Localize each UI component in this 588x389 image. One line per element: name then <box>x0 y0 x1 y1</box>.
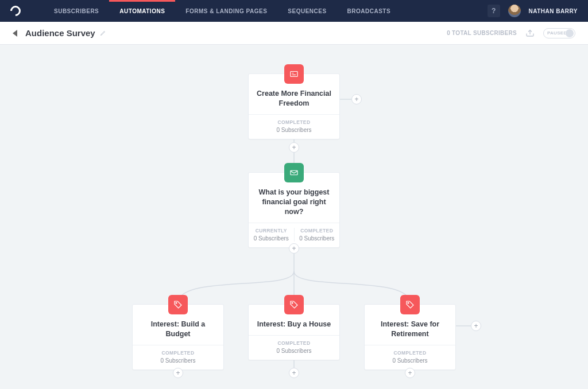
node-footer: COMPLETED 0 Subscribers <box>133 345 223 369</box>
foot-value: 0 Subscribers <box>160 357 195 364</box>
username[interactable]: NATHAN BARRY <box>529 8 578 14</box>
help-button[interactable]: ? <box>488 5 500 17</box>
foot-value: 0 Subscribers <box>276 348 311 354</box>
share-icon[interactable] <box>525 28 535 39</box>
nav-broadcasts[interactable]: BROADCASTS <box>337 0 401 22</box>
nav-sequences[interactable]: SEQUENCES <box>277 0 336 22</box>
node-email-question[interactable]: What is your biggest financial goal righ… <box>248 172 340 248</box>
node-title: Interest: Save for Retirement <box>372 320 448 339</box>
node-title: Interest: Buy a House <box>256 320 332 329</box>
foot-label: COMPLETED <box>278 119 311 125</box>
nav-subscribers[interactable]: SUBSCRIBERS <box>44 0 109 22</box>
foot-value: 0 Subscribers <box>254 235 289 242</box>
node-tag-house[interactable]: Interest: Buy a House COMPLETED 0 Subscr… <box>248 304 340 360</box>
add-sibling-button[interactable]: + <box>351 94 362 104</box>
add-step-button[interactable]: + <box>289 243 299 254</box>
logo-icon <box>8 3 22 18</box>
foot-value: 0 Subscribers <box>299 235 334 242</box>
node-footer: COMPLETED 0 Subscribers <box>365 345 455 369</box>
add-step-button[interactable]: + <box>173 368 183 378</box>
foot-label: CURRENTLY <box>256 228 287 234</box>
node-title: Create More Financial Freedom <box>256 89 332 108</box>
node-tag-budget[interactable]: Interest: Build a Budget COMPLETED 0 Sub… <box>132 304 224 370</box>
foot-col-completed: COMPLETED 0 Subscribers <box>294 228 340 242</box>
page-title: Audience Survey <box>25 28 95 38</box>
svg-rect-12 <box>291 170 297 175</box>
node-form-entry[interactable]: Create More Financial Freedom COMPLETED … <box>248 73 340 139</box>
node-title: Interest: Build a Budget <box>140 320 216 339</box>
back-button[interactable] <box>13 30 17 37</box>
status-toggle[interactable]: PAUSED <box>543 28 575 38</box>
node-title: What is your biggest financial goal righ… <box>256 188 332 217</box>
add-step-button[interactable]: + <box>289 142 299 153</box>
add-step-button[interactable]: + <box>289 368 299 378</box>
foot-value: 0 Subscribers <box>392 357 427 364</box>
toggle-knob <box>566 29 574 37</box>
automation-canvas[interactable]: Create More Financial Freedom COMPLETED … <box>0 45 588 389</box>
nav-items: SUBSCRIBERS AUTOMATIONS FORMS & LANDING … <box>44 0 401 22</box>
foot-value: 0 Subscribers <box>276 127 311 133</box>
nav-right: ? NATHAN BARRY <box>488 5 578 17</box>
subheader-right: 0 TOTAL SUBSCRIBERS PAUSED <box>447 28 575 39</box>
foot-col-currently: CURRENTLY 0 Subscribers <box>249 228 294 242</box>
svg-point-14 <box>292 302 293 304</box>
tag-icon <box>284 295 304 314</box>
svg-rect-9 <box>291 72 297 77</box>
foot-label: COMPLETED <box>278 340 311 346</box>
add-step-button[interactable]: + <box>405 368 415 378</box>
foot-label: COMPLETED <box>394 350 427 356</box>
edit-title-icon[interactable] <box>100 28 107 38</box>
foot-label: COMPLETED <box>162 350 195 356</box>
toggle-label: PAUSED <box>547 30 567 36</box>
node-footer: COMPLETED 0 Subscribers <box>249 114 339 139</box>
tag-icon <box>168 295 188 314</box>
nav-automations[interactable]: AUTOMATIONS <box>109 0 175 22</box>
form-icon <box>284 64 304 84</box>
tag-icon <box>400 295 420 314</box>
email-icon <box>284 163 304 182</box>
nav-forms-landing-pages[interactable]: FORMS & LANDING PAGES <box>175 0 277 22</box>
top-nav: SUBSCRIBERS AUTOMATIONS FORMS & LANDING … <box>0 0 588 22</box>
svg-point-15 <box>408 302 409 304</box>
total-subscribers: 0 TOTAL SUBSCRIBERS <box>447 30 517 36</box>
avatar[interactable] <box>508 5 521 17</box>
subheader: Audience Survey 0 TOTAL SUBSCRIBERS PAUS… <box>0 22 588 45</box>
foot-label: COMPLETED <box>300 228 333 234</box>
node-tag-retirement[interactable]: Interest: Save for Retirement COMPLETED … <box>364 304 456 370</box>
add-branch-button[interactable]: + <box>471 321 481 331</box>
svg-point-13 <box>176 302 177 304</box>
node-footer: COMPLETED 0 Subscribers <box>249 335 339 360</box>
